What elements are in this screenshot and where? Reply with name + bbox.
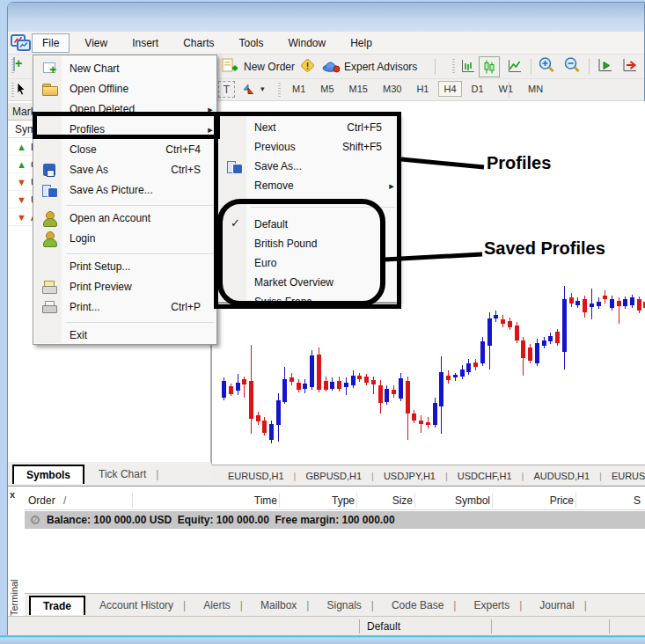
file-menu-item[interactable]: Print Setup... [33,256,216,276]
profiles-menu-item[interactable]: British Pound [218,234,398,253]
menu-item-label: Next [254,121,276,134]
market-watch-tab[interactable]: Symbols [12,465,84,484]
market-watch-tab[interactable]: Tick Chart [90,465,167,484]
column-size[interactable]: Size [358,494,413,507]
file-menu-item[interactable]: Save As Picture... [33,179,216,200]
bar-chart-icon[interactable] [459,58,476,75]
timeframe-button[interactable]: M15 [344,81,373,97]
file-menu-item[interactable]: Open an Account [33,208,216,228]
warning-icon[interactable]: ! [298,57,316,75]
menu-item-label: Previous [254,141,296,153]
file-menu-item[interactable] [33,248,216,256]
new-order-icon[interactable] [221,57,238,75]
terminal-tab[interactable]: Code Base [383,596,465,615]
menu-item-label: Profiles [70,123,105,135]
file-menu-item[interactable]: Profiles [33,119,216,139]
expert-advisors-button[interactable]: Expert Advisors [344,61,417,73]
terminal-tab[interactable]: Experts [465,596,531,615]
menubar-item[interactable]: File [32,33,70,53]
terminal-tab[interactable]: Mailbox [252,596,318,615]
toolbar-separator [509,82,509,98]
candlestick-chart-icon[interactable] [479,56,500,77]
timeframe-button[interactable]: W1 [494,81,519,97]
profiles-menu-item[interactable]: Previous Shift+F5 [218,137,398,157]
menu-item-icon [224,294,247,310]
arrows-tool-icon[interactable] [240,81,256,97]
cursor-icon[interactable] [14,81,28,97]
column-sl[interactable]: S [577,494,641,507]
chart-shift-icon[interactable] [620,57,638,74]
terminal-tab[interactable]: Signals [318,596,382,615]
file-menu-item[interactable]: Save As Ctrl+S [33,159,216,179]
chart-tab[interactable]: USDJPY,H1 [384,471,458,481]
arrows-dropdown-caret[interactable]: ▾ [260,84,265,93]
balance-row[interactable]: Balance: 100 000.00 USD Equity: 100 000.… [25,511,645,529]
timeframe-button[interactable]: H4 [438,81,461,97]
menubar-item[interactable]: Tools [230,34,274,52]
expert-advisors-icon[interactable] [322,58,341,73]
menubar-item[interactable]: Insert [122,34,168,52]
price-direction-icon: ▼ [17,194,31,205]
profiles-menu-item[interactable]: Save As... [218,157,398,176]
menubar-item[interactable]: View [75,34,117,52]
file-menu-item[interactable] [33,200,216,208]
timeframe-button[interactable]: M5 [315,81,339,97]
profiles-menu-item[interactable] [218,195,398,215]
timeframe-button[interactable]: D1 [466,81,489,97]
timeframe-button[interactable]: MN [523,81,548,97]
line-chart-icon[interactable] [506,58,523,75]
file-menu-item[interactable]: Open Offline [33,78,216,99]
menu-item-icon [224,158,247,174]
status-profile-name[interactable]: Default [367,620,400,633]
timeframe-button[interactable]: H1 [411,81,434,97]
file-menu-item[interactable]: Print... Ctrl+P [33,296,216,317]
file-menu-item[interactable]: Login [33,228,216,248]
timeframe-button[interactable]: M1 [287,81,311,97]
chart-tab[interactable]: GBPUSD,H1 [305,471,383,481]
chart-tab[interactable]: AUDUSD,H1 [533,471,611,481]
column-symbol[interactable]: Symbol [416,494,490,507]
chart-tab[interactable]: EURUSD,H4 (off [612,471,645,481]
profiles-menu-item[interactable]: Market Overview [218,273,398,292]
menu-item-label: Open Offline [70,83,128,95]
submenu-arrow-icon [204,103,216,115]
text-tool-icon[interactable]: T [218,81,235,98]
submenu-arrow-icon [385,179,398,192]
menubar-item[interactable]: Help [341,34,382,52]
toolbar-grip[interactable] [278,83,281,99]
auto-scroll-icon[interactable] [596,57,613,74]
title-bar[interactable] [8,3,644,32]
file-menu-item[interactable] [33,317,216,325]
profiles-menu-item[interactable]: Remove [218,176,398,195]
file-menu-item[interactable]: Print Preview [33,276,216,296]
terminal-close-button[interactable]: x [10,489,15,500]
timeframe-button[interactable]: M30 [377,81,407,97]
menubar-item[interactable]: Window [279,34,336,52]
terminal-tab[interactable]: Journal [531,596,595,615]
menu-item-icon [224,236,247,252]
profiles-menu-item[interactable]: Swiss Franc [218,292,398,311]
profiles-submenu: Next Ctrl+F5 Previous Shift+F5 Save As..… [217,114,399,303]
new-order-button[interactable]: New Order [244,61,295,73]
chart-tab[interactable]: EURUSD,H1 [228,471,305,481]
profiles-menu-item[interactable]: Next Ctrl+F5 [218,118,398,137]
terminal-tab[interactable]: Alerts [194,596,252,615]
profiles-menu-item[interactable]: Euro [218,253,398,273]
price-direction-icon: ▼ [17,177,31,187]
profiles-menu-item[interactable]: Default [218,215,398,234]
terminal-tab[interactable]: Account History [91,596,194,615]
file-menu-item[interactable]: Close Ctrl+F4 [33,139,216,159]
zoom-out-icon[interactable] [563,56,582,75]
file-menu-item[interactable]: Open Deleted [33,99,216,119]
balance-status-icon [31,516,40,524]
zoom-in-icon[interactable] [538,56,556,75]
column-price[interactable]: Price [494,494,574,507]
file-menu-item[interactable]: Exit [33,325,216,345]
toolbar-grip[interactable] [452,59,455,75]
column-time[interactable]: Time [179,494,277,507]
file-menu-item[interactable]: New Chart [33,58,216,78]
menubar-item[interactable]: Charts [173,34,224,52]
chart-tab[interactable]: USDCHF,H1 [458,471,534,481]
column-type[interactable]: Type [281,494,355,507]
terminal-tab[interactable]: Trade [29,596,85,615]
